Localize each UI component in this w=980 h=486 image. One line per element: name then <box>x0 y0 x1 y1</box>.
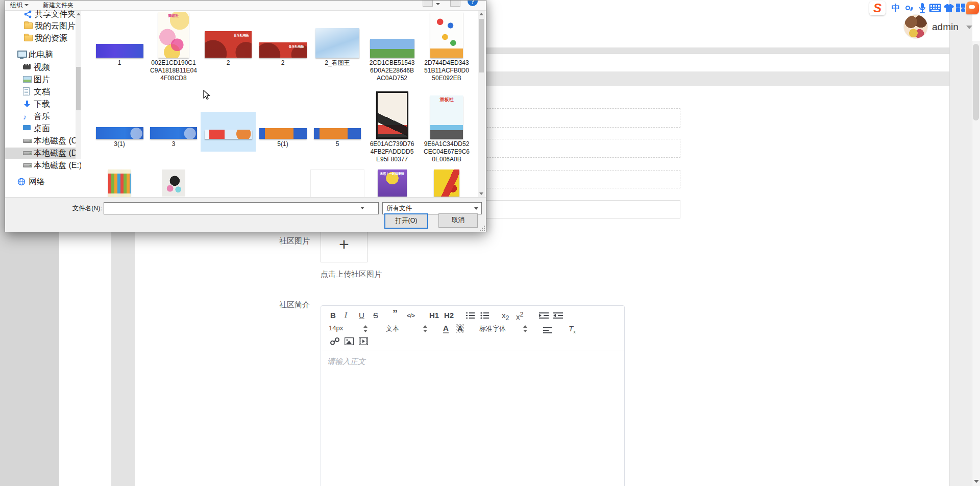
font-size-select[interactable]: 14px <box>329 324 343 332</box>
sidebar-item-my-resources[interactable]: 我的资源 <box>5 33 80 44</box>
file-item[interactable]: 2_看图王 <box>310 12 364 67</box>
file-item[interactable]: 2CD1CBE515436D0A2E28646BAC0AD752 <box>365 12 419 82</box>
file-thumbnail[interactable] <box>150 127 197 139</box>
text-style-select[interactable]: 文本 <box>386 324 399 333</box>
file-thumbnail[interactable]: 滑板社 <box>430 95 463 139</box>
file-item[interactable]: 2D744D4ED34351B11ACFB0D050E092EB <box>420 12 474 82</box>
file-thumbnail[interactable] <box>430 12 463 58</box>
file-item[interactable]: 6E01AC739D764FB2FADDDD5E95F80377 <box>365 93 419 163</box>
file-thumbnail[interactable] <box>376 91 408 139</box>
file-item[interactable]: 音乐社纳新 2 <box>256 12 310 67</box>
sogou-ime-icon[interactable]: S <box>869 1 886 15</box>
sidebar-item-disk-e[interactable]: 本地磁盘 (E:) <box>5 160 80 171</box>
filename-dropdown-caret-icon[interactable] <box>360 207 364 209</box>
text-style-caret-icon[interactable] <box>423 324 427 333</box>
scroll-down-icon[interactable] <box>479 192 483 195</box>
file-item[interactable]: 5 <box>310 93 364 148</box>
file-list-scrollbar-thumb[interactable] <box>479 19 484 72</box>
sidebar-item-documents[interactable]: 文档 <box>5 86 80 98</box>
file-item[interactable]: 来吧！一起搞事情 <box>365 169 419 197</box>
file-thumbnail[interactable]: 舞蹈社 <box>158 12 189 58</box>
view-mode-caret-icon[interactable] <box>436 3 440 5</box>
file-item[interactable]: 3(1) <box>92 93 146 148</box>
preview-pane-icon[interactable] <box>450 0 460 7</box>
scroll-up-icon[interactable] <box>77 13 81 15</box>
sidebar-item-cloud-pictures[interactable]: 我的云图片 <box>5 20 80 32</box>
file-item[interactable] <box>146 169 201 197</box>
file-thumbnail[interactable] <box>370 39 414 58</box>
file-thumbnail[interactable] <box>315 28 359 58</box>
font-family-select[interactable]: 标准字体 <box>479 324 506 333</box>
file-thumbnail[interactable] <box>434 169 459 197</box>
image-icon[interactable] <box>345 337 354 347</box>
sidebar-item-this-pc[interactable]: 此电脑 <box>5 49 80 60</box>
file-item[interactable]: 5(1) <box>256 93 310 148</box>
strikethrough-button[interactable]: S <box>373 311 378 320</box>
text-color-button[interactable]: A <box>443 324 449 333</box>
file-item[interactable]: 1 <box>92 12 146 67</box>
filename-input[interactable] <box>104 202 379 214</box>
user-menu-caret-icon[interactable] <box>966 26 972 29</box>
bullet-list-icon[interactable] <box>480 312 489 321</box>
file-thumbnail[interactable] <box>205 130 252 139</box>
font-size-caret-icon[interactable] <box>363 324 368 333</box>
align-icon[interactable] <box>543 326 552 335</box>
sidebar-item-disk-d[interactable]: 本地磁盘 (D:) <box>5 148 80 159</box>
file-thumbnail[interactable]: 音乐社纳新 <box>205 31 252 58</box>
ime-punctuation-icon[interactable] <box>904 4 916 14</box>
video-icon[interactable] <box>359 337 368 347</box>
link-icon[interactable] <box>330 337 339 347</box>
sidebar-scrollbar-thumb[interactable] <box>76 67 81 110</box>
scrollbar-thumb[interactable] <box>973 44 979 120</box>
superscript-button[interactable]: x2 <box>516 311 523 321</box>
ime-toolbox-icon[interactable] <box>956 4 967 15</box>
sidebar-item-desktop[interactable]: 桌面 <box>5 123 80 134</box>
clear-format-button[interactable]: Tx <box>569 324 576 334</box>
file-thumbnail[interactable]: 来吧！一起搞事情 <box>378 169 407 197</box>
sidebar-item-network[interactable]: 网络 <box>5 176 80 187</box>
file-thumbnail[interactable] <box>96 44 143 58</box>
upload-image-button[interactable]: + <box>321 229 368 262</box>
subscript-button[interactable]: x2 <box>502 311 509 322</box>
ime-keyboard-icon[interactable] <box>929 4 940 15</box>
sidebar-item-downloads[interactable]: 下载 <box>5 99 80 110</box>
indent-icon[interactable] <box>553 312 564 321</box>
file-item[interactable]: 舞蹈社 002E1CD190C1C9A1818B11E044F08CD8 <box>146 12 201 82</box>
heading2-button[interactable]: H2 <box>444 311 454 320</box>
ime-microphone-icon[interactable] <box>917 3 928 14</box>
file-item[interactable]: 滑板社 9E6A1C34DD52CEC04E67E9C60E006A0B <box>420 93 474 163</box>
editor-placeholder[interactable]: 请输入正文 <box>327 357 365 367</box>
sidebar-item-music[interactable]: ♪ 音乐 <box>5 111 80 122</box>
sidebar-item-pictures[interactable]: 图片 <box>5 74 80 85</box>
file-item[interactable]: 音乐社纳新 2 <box>201 12 255 67</box>
file-thumbnail[interactable] <box>108 169 131 197</box>
file-item[interactable]: 3 <box>146 93 201 148</box>
outdent-icon[interactable] <box>539 312 549 321</box>
sidebar-item-shared-folders[interactable]: 共享文件夹 <box>5 9 80 20</box>
bold-button[interactable]: B <box>330 311 336 320</box>
code-button[interactable]: </> <box>407 312 415 319</box>
file-thumbnail[interactable] <box>314 128 361 139</box>
user-avatar[interactable] <box>903 14 928 39</box>
ime-chinese-mode-icon[interactable]: 中 <box>890 3 901 13</box>
scroll-up-icon[interactable] <box>479 13 483 15</box>
ime-emoji-icon[interactable] <box>966 2 979 14</box>
italic-button[interactable]: I <box>345 311 347 320</box>
file-item[interactable] <box>420 169 474 197</box>
username-label[interactable]: admin <box>932 21 959 33</box>
view-mode-icon[interactable] <box>423 0 433 7</box>
ime-skin-icon[interactable] <box>943 4 954 15</box>
sidebar-item-disk-c[interactable]: 本地磁盘 (C:) <box>5 135 80 147</box>
filetype-select[interactable]: 所有文件 <box>382 202 482 214</box>
file-thumbnail[interactable]: 音乐社纳新 <box>259 42 307 58</box>
file-item[interactable] <box>310 169 364 197</box>
file-thumbnail[interactable] <box>96 127 143 139</box>
file-item[interactable] <box>92 169 146 197</box>
file-thumbnail[interactable] <box>310 169 364 197</box>
blockquote-button[interactable]: ” <box>393 308 398 320</box>
sidebar-item-videos[interactable]: 视频 <box>5 62 80 73</box>
ordered-list-icon[interactable] <box>466 312 475 321</box>
open-button[interactable]: 打开(O) <box>384 213 428 229</box>
cancel-button[interactable]: 取消 <box>438 213 478 228</box>
resize-grip[interactable] <box>479 225 485 231</box>
